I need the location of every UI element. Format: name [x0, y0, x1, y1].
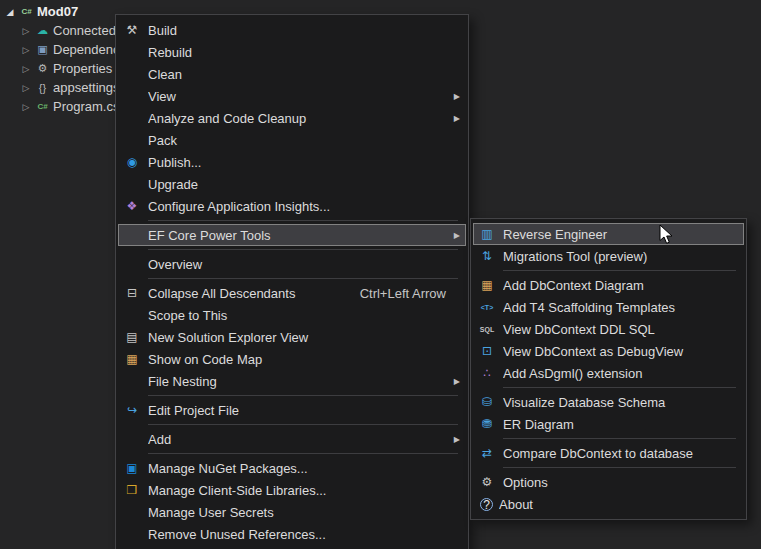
menu-item-label: Manage User Secrets: [148, 505, 460, 520]
menu-item-label: Visualize Database Schema: [503, 395, 738, 410]
menu-item-label: EF Core Power Tools: [148, 228, 448, 243]
nuget-icon: ▣: [122, 462, 142, 474]
tree-item-label: Properties: [53, 61, 112, 76]
chevron-right-icon[interactable]: ▷: [20, 102, 32, 112]
menu-item-label: Add DbContext Diagram: [503, 278, 738, 293]
menu-item-label: Remove Unused References...: [148, 527, 460, 542]
submenu-item-view-dbcontext-as-debugview[interactable]: ⊡ View DbContext as DebugView: [471, 340, 746, 362]
menu-separator: [148, 278, 458, 279]
json-file-icon: {}: [34, 82, 51, 94]
menu-item-show-on-code-map[interactable]: ▦ Show on Code Map: [116, 348, 468, 370]
submenu-arrow-icon: ▶: [448, 114, 460, 123]
t4-templates-icon: <T>: [477, 304, 497, 311]
menu-item-clean[interactable]: Clean: [116, 63, 468, 85]
menu-item-manage-user-secrets[interactable]: Manage User Secrets: [116, 501, 468, 523]
menu-item-label: Upgrade: [148, 177, 460, 192]
menu-item-build[interactable]: ⚒ Build: [116, 19, 468, 41]
chevron-right-icon[interactable]: ▷: [20, 26, 32, 36]
menu-item-label: View: [148, 89, 448, 104]
menu-item-label: Build: [148, 23, 460, 38]
menu-item-label: Add: [148, 432, 448, 447]
debugview-icon: ⊡: [477, 345, 497, 357]
connected-services-icon: ☁: [34, 24, 51, 37]
menu-item-configure-application-insights[interactable]: ❖ Configure Application Insights...: [116, 195, 468, 217]
menu-item-label: Collapse All Descendants: [148, 286, 360, 301]
reverse-engineer-icon: ▥: [477, 228, 497, 240]
menu-item-label: Compare DbContext to database: [503, 446, 738, 461]
submenu-arrow-icon: ▶: [448, 377, 460, 386]
menu-item-label: Manage Client-Side Libraries...: [148, 483, 460, 498]
submenu-item-compare-dbcontext-to-database[interactable]: ⇄ Compare DbContext to database: [471, 442, 746, 464]
menu-separator: [148, 220, 458, 221]
menu-item-label: Manage NuGet Packages...: [148, 461, 460, 476]
menu-item-label: Publish...: [148, 155, 460, 170]
chevron-right-icon[interactable]: ▷: [20, 83, 32, 93]
submenu-arrow-icon: ▶: [448, 435, 460, 444]
er-diagram-icon: ⛃: [477, 418, 497, 430]
menu-item-upgrade[interactable]: Upgrade: [116, 173, 468, 195]
submenu-item-migrations-tool[interactable]: ⇅ Migrations Tool (preview): [471, 245, 746, 267]
application-insights-icon: ❖: [122, 200, 142, 212]
menu-item-remove-unused-references[interactable]: Remove Unused References...: [116, 523, 468, 545]
database-schema-icon: ⛁: [477, 396, 497, 408]
tree-item-label: Mod07: [37, 4, 78, 19]
menu-item-label: New Solution Explorer View: [148, 330, 460, 345]
menu-item-overview[interactable]: Overview: [116, 253, 468, 275]
submenu-item-reverse-engineer[interactable]: ▥ Reverse Engineer: [473, 223, 744, 245]
menu-item-new-solution-explorer-view[interactable]: ▤ New Solution Explorer View: [116, 326, 468, 348]
compare-icon: ⇄: [477, 447, 497, 459]
submenu-item-visualize-database-schema[interactable]: ⛁ Visualize Database Schema: [471, 391, 746, 413]
mouse-cursor: [659, 224, 674, 248]
menu-item-label: Scope to This: [148, 308, 460, 323]
menu-item-pack[interactable]: Pack: [116, 129, 468, 151]
menu-separator: [503, 438, 736, 439]
menu-item-add[interactable]: Add ▶: [116, 428, 468, 450]
new-solution-explorer-view-icon: ▤: [122, 331, 142, 343]
submenu-item-er-diagram[interactable]: ⛃ ER Diagram: [471, 413, 746, 435]
submenu-item-about[interactable]: ? About: [471, 493, 746, 515]
menu-separator: [148, 395, 458, 396]
cursor-arrow-icon: [659, 224, 674, 245]
menu-item-file-nesting[interactable]: File Nesting ▶: [116, 370, 468, 392]
submenu-item-add-t4-scaffolding-templates[interactable]: <T> Add T4 Scaffolding Templates: [471, 296, 746, 318]
menu-item-label: View DbContext DDL SQL: [503, 322, 738, 337]
csharp-project-icon: C#: [18, 7, 35, 16]
menu-item-label: Configure Application Insights...: [148, 199, 460, 214]
menu-item-rebuild[interactable]: Rebuild: [116, 41, 468, 63]
menu-item-label: Reverse Engineer: [503, 227, 738, 242]
tree-item-label: Program.cs: [53, 99, 119, 114]
menu-item-label: Edit Project File: [148, 403, 460, 418]
menu-item-manage-client-side-libraries[interactable]: ❒ Manage Client-Side Libraries...: [116, 479, 468, 501]
menu-item-ef-core-power-tools[interactable]: EF Core Power Tools ▶: [118, 224, 466, 246]
menu-item-collapse-all-descendants[interactable]: ⊟ Collapse All Descendants Ctrl+Left Arr…: [116, 282, 468, 304]
menu-item-label: Analyze and Code Cleanup: [148, 111, 448, 126]
chevron-expanded-icon[interactable]: ◢: [4, 7, 16, 17]
edit-project-file-icon: ↪: [122, 404, 142, 416]
menu-separator: [148, 453, 458, 454]
submenu-item-view-dbcontext-ddl-sql[interactable]: SQL View DbContext DDL SQL: [471, 318, 746, 340]
sql-icon: SQL: [477, 326, 497, 333]
submenu-item-options[interactable]: ⚙ Options: [471, 471, 746, 493]
menu-item-label: Add AsDgml() extension: [503, 366, 738, 381]
dbcontext-diagram-icon: ▦: [477, 279, 497, 291]
chevron-right-icon[interactable]: ▷: [20, 45, 32, 55]
submenu-item-add-asdgml-extension[interactable]: ∴ Add AsDgml() extension: [471, 362, 746, 384]
menu-item-label: Migrations Tool (preview): [503, 249, 738, 264]
about-question-icon: ?: [480, 498, 493, 511]
menu-item-publish[interactable]: ◉ Publish...: [116, 151, 468, 173]
menu-separator: [503, 270, 736, 271]
menu-item-analyze-and-code-cleanup[interactable]: Analyze and Code Cleanup ▶: [116, 107, 468, 129]
menu-item-manage-nuget-packages[interactable]: ▣ Manage NuGet Packages...: [116, 457, 468, 479]
menu-separator: [503, 467, 736, 468]
menu-item-view[interactable]: View ▶: [116, 85, 468, 107]
menu-item-sync-namespaces[interactable]: Sync Namespaces: [116, 545, 468, 549]
menu-item-edit-project-file[interactable]: ↪ Edit Project File: [116, 399, 468, 421]
menu-item-label: Options: [503, 475, 738, 490]
migrations-tool-icon: ⇅: [477, 250, 497, 262]
menu-item-scope-to-this[interactable]: Scope to This: [116, 304, 468, 326]
menu-separator: [503, 387, 736, 388]
chevron-right-icon[interactable]: ▷: [20, 64, 32, 74]
publish-globe-icon: ◉: [122, 156, 142, 168]
submenu-item-add-dbcontext-diagram[interactable]: ▦ Add DbContext Diagram: [471, 274, 746, 296]
submenu-arrow-icon: ▶: [448, 231, 460, 240]
